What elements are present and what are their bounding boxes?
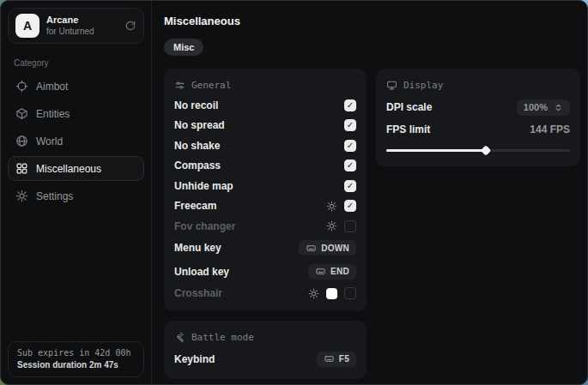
keybind-value: F5 [339, 354, 349, 364]
slider-thumb[interactable] [480, 145, 491, 156]
chevrons-up-down-icon [554, 103, 563, 112]
tab-bar: Misc [164, 39, 580, 56]
setting-row-no-recoil: No recoil [174, 99, 356, 111]
gear-icon[interactable] [326, 201, 337, 212]
app-name: Arcane [46, 15, 118, 26]
setting-label: No spread [174, 119, 225, 131]
setting-row-no-shake: No shake [174, 140, 356, 152]
setting-controls [308, 287, 356, 299]
sidebar-item-label: Entities [36, 108, 70, 120]
color-swatch[interactable] [326, 288, 337, 299]
left-column: General No recoil No spread No shake [164, 69, 367, 379]
display-panel: Display DPI scale 100% FPS limit 144 FPS [376, 69, 580, 166]
fps-limit-slider[interactable] [386, 147, 570, 154]
setting-row-crosshair: Crosshair [174, 287, 356, 299]
keyboard-icon [306, 244, 317, 253]
checkbox[interactable] [344, 287, 356, 299]
right-column: Display DPI scale 100% FPS limit 144 FPS [376, 69, 580, 166]
sidebar-spacer [8, 208, 144, 341]
panel-title: General [191, 80, 231, 91]
sidebar-item-label: Aimbot [36, 81, 68, 93]
setting-row-unhide-map: Unhide map [174, 180, 356, 192]
page-title: Miscellaneous [164, 15, 580, 27]
gear-icon[interactable] [326, 220, 337, 232]
fps-limit-value: 144 FPS [530, 123, 570, 135]
category-label: Category [14, 58, 138, 68]
setting-row-unload-key: Unload key END [174, 264, 356, 280]
globe-icon [15, 135, 28, 147]
keybind-button[interactable]: F5 [317, 352, 356, 367]
checkbox[interactable] [344, 119, 356, 131]
app-logo: A [15, 14, 39, 38]
setting-label: No recoil [174, 99, 218, 111]
sidebar-item-label: World [36, 135, 63, 147]
panel-title: Battle mode [191, 332, 254, 343]
setting-label: Menu key [174, 242, 221, 254]
dpi-scale-value: 100% [524, 102, 548, 112]
slider-fill [386, 149, 486, 152]
setting-controls [326, 220, 356, 232]
setting-row-fov-changer: Fov changer [174, 220, 356, 232]
sidebar-item-settings[interactable]: Settings [8, 183, 144, 208]
sidebar-item-entities[interactable]: Entities [8, 101, 144, 126]
keybind-button[interactable]: END [308, 264, 356, 280]
checkbox[interactable] [344, 99, 356, 111]
sidebar-item-aimbot[interactable]: Aimbot [8, 74, 144, 99]
grid-icon [15, 162, 28, 175]
tab-misc[interactable]: Misc [164, 39, 203, 56]
setting-label: Freecam [174, 200, 216, 212]
keyboard-icon [315, 267, 326, 276]
session-duration-text: Session duration 2m 47s [17, 360, 135, 370]
monitor-icon [386, 80, 397, 91]
refresh-icon[interactable] [124, 20, 136, 32]
checkbox[interactable] [344, 159, 356, 171]
setting-label: No shake [174, 140, 220, 152]
main-content: Miscellaneous Misc General No recoil [152, 1, 588, 384]
setting-row-fps-limit: FPS limit 144 FPS [386, 123, 570, 135]
general-panel: General No recoil No spread No shake [164, 69, 367, 311]
setting-label: Crosshair [174, 287, 222, 299]
setting-row-keybind: Keybind F5 [174, 352, 356, 367]
checkbox[interactable] [344, 220, 356, 232]
setting-row-freecam: Freecam [174, 200, 356, 212]
setting-row-no-spread: No spread [174, 119, 356, 131]
content-columns: General No recoil No spread No shake [164, 69, 580, 379]
setting-controls [326, 200, 356, 212]
gear-icon [15, 189, 28, 202]
gear-icon[interactable] [308, 288, 319, 299]
app-subtitle: for Unturned [46, 27, 118, 37]
subscription-status-box: Sub expires in 42d 00h Session duration … [8, 341, 144, 377]
app-profile-card: A Arcane for Unturned [8, 8, 144, 44]
checkbox[interactable] [344, 180, 356, 192]
sidebar-item-world[interactable]: World [8, 129, 144, 153]
setting-label: Compass [174, 159, 221, 171]
battle-mode-panel-header: Battle mode [174, 332, 356, 343]
app-profile-text: Arcane for Unturned [46, 15, 118, 37]
dpi-scale-select[interactable]: 100% [517, 99, 570, 116]
setting-row-dpi-scale: DPI scale 100% [386, 99, 570, 116]
wand-icon [174, 332, 185, 343]
keybind-value: DOWN [321, 244, 349, 253]
display-panel-header: Display [386, 80, 570, 91]
sidebar-item-miscellaneous[interactable]: Miscellaneous [8, 156, 144, 181]
cube-icon [15, 107, 28, 120]
setting-label: DPI scale [386, 101, 432, 113]
setting-label: Unload key [174, 266, 229, 278]
keyboard-icon [324, 354, 335, 364]
crosshair-icon [15, 80, 28, 93]
keybind-button[interactable]: DOWN [299, 240, 356, 256]
setting-label: Unhide map [174, 180, 233, 192]
setting-label: FPS limit [386, 123, 430, 135]
checkbox[interactable] [344, 200, 356, 212]
sliders-icon [174, 80, 185, 91]
setting-row-menu-key: Menu key DOWN [174, 240, 356, 256]
setting-label: Fov changer [174, 220, 235, 232]
keybind-value: END [330, 267, 349, 276]
sidebar: A Arcane for Unturned Category Aimbot En… [1, 1, 152, 384]
sub-expiry-text: Sub expires in 42d 00h [17, 348, 135, 358]
battle-mode-panel: Battle mode Keybind F5 [164, 321, 367, 379]
setting-label: Keybind [174, 353, 215, 365]
general-panel-header: General [174, 80, 356, 91]
checkbox[interactable] [344, 140, 356, 152]
app-window: A Arcane for Unturned Category Aimbot En… [0, 0, 588, 385]
